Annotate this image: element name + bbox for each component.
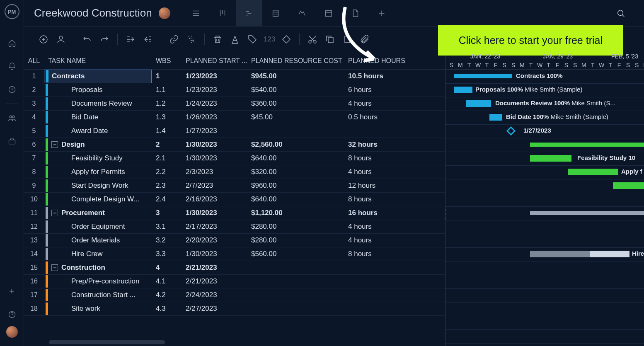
task-name-cell[interactable]: Prep/Pre-construction bbox=[44, 275, 152, 288]
briefcase-icon[interactable] bbox=[4, 133, 20, 150]
task-row[interactable]: 15−Construction42/21/2023 bbox=[24, 261, 445, 275]
hours-cell[interactable]: 8 hours bbox=[346, 195, 410, 203]
task-name-cell[interactable]: Complete Design W... bbox=[44, 193, 152, 206]
start-cell[interactable]: 2/7/2023 bbox=[182, 181, 249, 190]
search-icon[interactable] bbox=[608, 0, 634, 27]
task-name-cell[interactable]: Order Equipment bbox=[44, 220, 152, 234]
unlink-icon[interactable] bbox=[184, 31, 199, 47]
task-name-cell[interactable]: Construction Start ... bbox=[44, 288, 152, 302]
assign-icon[interactable] bbox=[53, 31, 69, 47]
wbs-cell[interactable]: 1.2 bbox=[152, 99, 182, 108]
indent-icon[interactable] bbox=[140, 31, 156, 47]
app-logo[interactable]: PM bbox=[5, 4, 19, 19]
clock-icon[interactable] bbox=[4, 81, 20, 98]
cost-cell[interactable]: $540.00 bbox=[249, 86, 346, 94]
cost-cell[interactable]: $320.00 bbox=[249, 168, 346, 176]
cost-cell[interactable]: $640.00 bbox=[249, 154, 346, 162]
hours-cell[interactable]: 4 hours bbox=[346, 236, 410, 244]
hours-cell[interactable]: 12 hours bbox=[346, 181, 410, 190]
cost-cell[interactable]: $45.00 bbox=[249, 113, 346, 121]
user-avatar[interactable] bbox=[6, 326, 18, 338]
cost-cell[interactable]: $960.00 bbox=[249, 181, 346, 190]
task-row[interactable]: 6−Design21/30/2023$2,560.0032 hours bbox=[24, 138, 445, 152]
start-cell[interactable]: 1/26/2023 bbox=[182, 113, 249, 121]
task-row[interactable]: 1Contracts11/23/2023$945.0010.5 hours bbox=[24, 70, 445, 83]
start-cell[interactable]: 2/20/2023 bbox=[182, 236, 249, 244]
col-all[interactable]: ALL bbox=[24, 57, 44, 65]
view-gantt-icon[interactable] bbox=[236, 0, 262, 27]
wbs-cell[interactable]: 1.1 bbox=[152, 86, 182, 94]
hours-cell[interactable]: 4 hours bbox=[346, 99, 410, 108]
splitter-handle[interactable] bbox=[445, 208, 447, 220]
hours-cell[interactable]: 10.5 hours bbox=[346, 72, 410, 80]
start-cell[interactable]: 2/24/2023 bbox=[182, 291, 249, 299]
gantt-bar[interactable] bbox=[568, 169, 618, 175]
cost-cell[interactable]: $1,120.00 bbox=[249, 209, 346, 217]
gantt-bar[interactable] bbox=[466, 100, 491, 107]
task-row[interactable]: 9Start Design Work2.32/7/2023$960.0012 h… bbox=[24, 179, 445, 193]
wbs-cell[interactable]: 3.1 bbox=[152, 223, 182, 231]
task-name-cell[interactable]: Feasibility Study bbox=[44, 152, 152, 165]
task-row[interactable]: 17Construction Start ...4.22/24/2023 bbox=[24, 288, 445, 302]
view-list-icon[interactable] bbox=[183, 0, 209, 27]
wbs-cell[interactable]: 2 bbox=[152, 140, 182, 149]
paste-icon[interactable] bbox=[339, 31, 355, 47]
task-name-cell[interactable]: Site work bbox=[44, 302, 152, 316]
undo-icon[interactable] bbox=[79, 31, 95, 47]
col-planned-cost[interactable]: PLANNED RESOURCE COST bbox=[249, 57, 346, 65]
start-cell[interactable]: 1/30/2023 bbox=[182, 250, 249, 258]
gantt-chart[interactable]: SMTWTFSSMTWTFSSMTWTFSSMTWT JAN, 22 '23JA… bbox=[445, 52, 644, 346]
collapse-icon[interactable]: − bbox=[51, 210, 58, 216]
start-cell[interactable]: 2/27/2023 bbox=[182, 305, 249, 313]
collapse-icon[interactable]: − bbox=[51, 141, 58, 148]
hours-cell[interactable]: 6 hours bbox=[346, 86, 410, 94]
gantt-bar[interactable] bbox=[454, 74, 512, 78]
task-row[interactable]: 12Order Equipment3.12/17/2023$280.004 ho… bbox=[24, 220, 445, 234]
hours-cell[interactable]: 8 hours bbox=[346, 250, 410, 258]
hours-cell[interactable]: 0.5 hours bbox=[346, 113, 410, 121]
tag-icon[interactable] bbox=[245, 31, 260, 47]
task-name-cell[interactable]: Hire Crew bbox=[44, 247, 152, 261]
gantt-bar[interactable] bbox=[530, 211, 644, 215]
wbs-cell[interactable]: 3 bbox=[152, 209, 182, 217]
link-icon[interactable] bbox=[166, 31, 182, 47]
project-avatar[interactable] bbox=[159, 7, 170, 19]
wbs-cell[interactable]: 1.4 bbox=[152, 127, 182, 135]
wbs-cell[interactable]: 1 bbox=[152, 72, 182, 80]
task-row[interactable]: 3Documents Review1.21/24/2023$360.004 ho… bbox=[24, 97, 445, 111]
add-task-icon[interactable] bbox=[36, 31, 51, 47]
task-name-cell[interactable]: Documents Review bbox=[44, 97, 152, 111]
help-icon[interactable] bbox=[4, 306, 20, 323]
start-cell[interactable]: 1/23/2023 bbox=[182, 86, 249, 94]
cost-cell[interactable]: $360.00 bbox=[249, 99, 346, 108]
gantt-milestone[interactable] bbox=[506, 126, 516, 136]
task-row[interactable]: 7Feasibility Study2.11/30/2023$640.008 h… bbox=[24, 152, 445, 165]
wbs-cell[interactable]: 4.1 bbox=[152, 277, 182, 286]
hours-cell[interactable]: 4 hours bbox=[346, 168, 410, 176]
wbs-cell[interactable]: 3.3 bbox=[152, 250, 182, 258]
start-cell[interactable]: 1/30/2023 bbox=[182, 140, 249, 149]
task-row[interactable]: 8Apply for Permits2.22/3/2023$320.004 ho… bbox=[24, 165, 445, 179]
cut-icon[interactable] bbox=[305, 31, 320, 47]
hours-cell[interactable]: 32 hours bbox=[346, 140, 410, 149]
cost-cell[interactable]: $2,560.00 bbox=[249, 140, 346, 149]
wbs-cell[interactable]: 2.2 bbox=[152, 168, 182, 176]
wbs-cell[interactable]: 4.2 bbox=[152, 291, 182, 299]
gantt-bar[interactable] bbox=[613, 182, 644, 189]
attach-icon[interactable] bbox=[357, 31, 373, 47]
task-name-cell[interactable]: Proposals bbox=[44, 83, 152, 97]
start-cell[interactable]: 1/30/2023 bbox=[182, 154, 249, 162]
collapse-icon[interactable]: − bbox=[51, 264, 58, 271]
people-icon[interactable] bbox=[4, 110, 20, 126]
task-name-cell[interactable]: Bid Date bbox=[44, 111, 152, 124]
wbs-cell[interactable]: 1.3 bbox=[152, 113, 182, 121]
task-row[interactable]: 5Award Date1.41/27/2023 bbox=[24, 124, 445, 138]
col-task-name[interactable]: TASK NAME bbox=[44, 57, 152, 65]
view-dashboard-icon[interactable] bbox=[289, 0, 315, 27]
start-cell[interactable]: 2/3/2023 bbox=[182, 168, 249, 176]
redo-icon[interactable] bbox=[97, 31, 112, 47]
task-row[interactable]: 18Site work4.32/27/2023 bbox=[24, 302, 445, 316]
hours-cell[interactable]: 8 hours bbox=[346, 154, 410, 162]
wbs-cell[interactable]: 2.3 bbox=[152, 181, 182, 190]
task-name-cell[interactable]: −Construction bbox=[44, 261, 152, 275]
